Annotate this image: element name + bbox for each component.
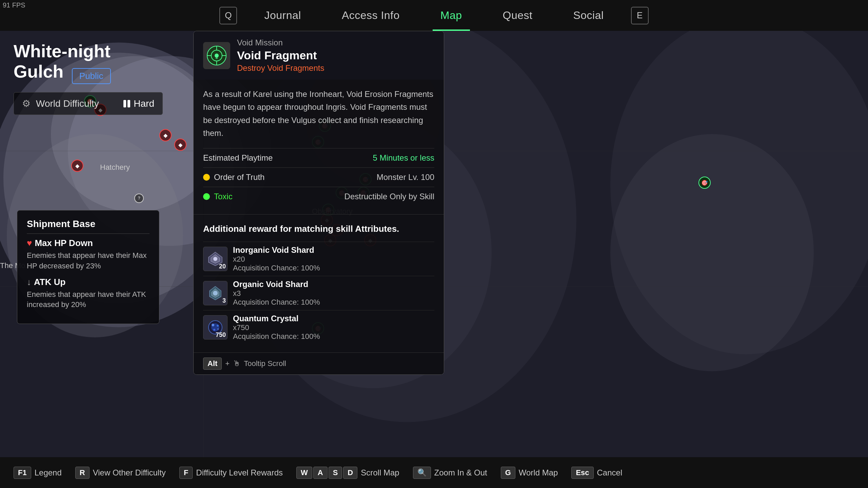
- mission-playtime: Estimated Playtime 5 Minutes or less: [203, 148, 434, 167]
- heart-icon: ♥: [27, 238, 32, 248]
- organic-info: Organic Void Shard x3 Acquisition Chance…: [233, 280, 320, 307]
- mission-attr-toxic: Toxic Destructible Only by Skill: [203, 187, 434, 206]
- difficulty-rewards-label: Difficulty Level Rewards: [196, 468, 283, 477]
- rewards-title: Additional reward for matching skill Att…: [203, 223, 434, 235]
- organic-icon: 3: [203, 281, 228, 305]
- difficulty-bars: [123, 100, 130, 107]
- cancel-label: Cancel: [597, 468, 623, 477]
- difficulty-value: Hard: [134, 98, 154, 109]
- alt-key: Alt: [203, 358, 222, 370]
- nav-item-quest[interactable]: Quest: [482, 0, 553, 31]
- zoom-icon: 🔍: [413, 467, 431, 479]
- nav-item-map[interactable]: Map: [420, 0, 482, 31]
- mission-name: Void Fragment: [237, 49, 324, 62]
- mission-body: As a result of Karel using the Ironheart…: [194, 80, 444, 214]
- mission-subtitle: Destroy Void Fragments: [237, 63, 324, 73]
- organic-qty: x3: [233, 289, 320, 298]
- bottom-bar: F1 Legend R View Other Difficulty F Diff…: [0, 457, 868, 488]
- d-key: D: [343, 467, 357, 479]
- top-navigation: 91 FPS Q Journal Access Info Map Quest S…: [0, 0, 868, 31]
- organic-name: Organic Void Shard: [233, 280, 320, 289]
- map-icon-red-4[interactable]: ◆: [71, 160, 83, 172]
- effect-max-hp: ♥ Max HP Down Enemies that appear have t…: [27, 238, 150, 271]
- quantum-info: Quantum Crystal x750 Acquisition Chance:…: [233, 314, 320, 341]
- nav-item-social[interactable]: Social: [553, 0, 624, 31]
- inorganic-name: Inorganic Void Shard: [233, 245, 320, 255]
- truth-name: Order of Truth: [214, 172, 373, 182]
- world-map-item[interactable]: G World Map: [501, 467, 558, 479]
- rewards-section: Additional reward for matching skill Att…: [194, 214, 444, 352]
- wasd-keys: W A S D: [296, 467, 357, 479]
- difficulty-rewards-item[interactable]: F Difficulty Level Rewards: [179, 467, 283, 479]
- difficulty-icon: ⚙: [22, 98, 31, 109]
- playtime-label: Estimated Playtime: [203, 153, 273, 163]
- r-key: R: [75, 467, 90, 479]
- svg-point-31: [217, 325, 219, 327]
- g-key: G: [501, 467, 515, 479]
- mission-icon: [203, 42, 230, 69]
- difficulty-bar[interactable]: ⚙ World Difficulty Hard: [14, 92, 163, 115]
- inorganic-qty: x20: [233, 255, 320, 264]
- difficulty-level: Hard: [123, 98, 154, 109]
- organic-chance: Acquisition Chance: 100%: [233, 298, 320, 307]
- nav-item-journal[interactable]: Journal: [244, 0, 321, 31]
- plus-sign: +: [225, 359, 230, 368]
- truth-dot: [203, 174, 210, 181]
- s-key: S: [329, 467, 342, 479]
- tooltip-scroll-bar: Alt + 🖱 Tooltip Scroll: [194, 352, 444, 374]
- map-icon-question[interactable]: ?: [134, 194, 144, 203]
- reward-organic: 3 Organic Void Shard x3 Acquisition Chan…: [203, 276, 434, 310]
- left-panel: White-night Gulch Public ⚙ World Difficu…: [0, 31, 176, 125]
- effect-desc-hp: Enemies that appear have their Max HP de…: [27, 250, 150, 271]
- mission-panel: Void Mission Void Fragment Destroy Void …: [193, 31, 444, 375]
- mission-header: Void Mission Void Fragment Destroy Void …: [194, 31, 444, 80]
- map-icon-red-3[interactable]: ◆: [174, 139, 186, 151]
- map-icon-red-2[interactable]: ◆: [159, 129, 172, 141]
- shipment-title: Shipment Base: [27, 219, 150, 234]
- effect-desc-atk: Enemies that appear have their ATK incre…: [27, 289, 150, 310]
- svg-point-32: [213, 329, 215, 331]
- diff-bar-2: [127, 100, 130, 107]
- truth-value: Monster Lv. 100: [377, 172, 434, 182]
- mission-type: Void Mission: [237, 38, 324, 47]
- map-icon-green-right[interactable]: 🎯: [698, 177, 711, 189]
- svg-point-30: [212, 324, 214, 326]
- nav-key-left[interactable]: Q: [219, 7, 237, 24]
- other-difficulty-label: View Other Difficulty: [93, 468, 166, 477]
- toxic-dot: [203, 193, 210, 200]
- mission-description: As a result of Karel using the Ironheart…: [203, 88, 434, 140]
- effect-atk: ↓ ATK Up Enemies that appear have their …: [27, 277, 150, 310]
- tooltip-scroll-label: Tooltip Scroll: [244, 359, 286, 368]
- world-map-label: World Map: [519, 468, 558, 477]
- effect-name-hp: ♥ Max HP Down: [27, 238, 150, 248]
- playtime-value: 5 Minutes or less: [373, 153, 434, 163]
- legend-item[interactable]: F1 Legend: [14, 467, 62, 479]
- shipment-tooltip: Shipment Base ♥ Max HP Down Enemies that…: [17, 210, 159, 324]
- difficulty-label: World Difficulty: [36, 98, 118, 109]
- reward-quantum: 750 Quantum Crystal x750 Acquisition Cha…: [203, 310, 434, 344]
- nav-item-access-info[interactable]: Access Info: [321, 0, 420, 31]
- cancel-item[interactable]: Esc Cancel: [571, 467, 622, 479]
- organic-count: 3: [222, 297, 226, 304]
- other-difficulty-item[interactable]: R View Other Difficulty: [75, 467, 166, 479]
- quantum-chance: Acquisition Chance: 100%: [233, 332, 320, 341]
- zoom-item: 🔍 Zoom In & Out: [413, 467, 487, 479]
- inorganic-info: Inorganic Void Shard x20 Acquisition Cha…: [233, 245, 320, 272]
- zoom-label: Zoom In & Out: [434, 468, 487, 477]
- nav-key-right[interactable]: E: [631, 7, 649, 24]
- reward-inorganic: 20 Inorganic Void Shard x20 Acquisition …: [203, 242, 434, 276]
- scroll-map-label: Scroll Map: [361, 468, 399, 477]
- hatchery-label: Hatchery: [100, 163, 130, 172]
- scroll-map-item: W A S D Scroll Map: [296, 467, 399, 479]
- visibility-badge: Public: [72, 68, 111, 84]
- f-key: F: [179, 467, 193, 479]
- f1-key: F1: [14, 467, 31, 479]
- fps-counter: 91 FPS: [3, 1, 25, 9]
- svg-point-27: [213, 291, 218, 296]
- atk-icon: ↓: [27, 277, 31, 287]
- scroll-icon: 🖱: [233, 359, 240, 368]
- inorganic-chance: Acquisition Chance: 100%: [233, 264, 320, 272]
- effect-name-atk: ↓ ATK Up: [27, 277, 150, 287]
- svg-point-16: [215, 54, 219, 58]
- inorganic-icon: 20: [203, 247, 228, 271]
